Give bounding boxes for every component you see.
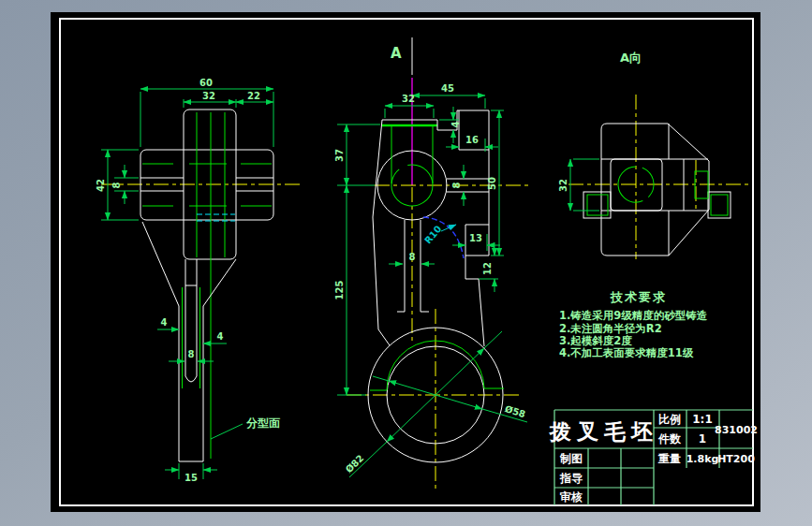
advisor-label: 指导 <box>559 472 583 485</box>
dim-45-label: 45 <box>441 83 454 94</box>
dim-16-label: 16 <box>465 135 479 145</box>
drafter-label: 制图 <box>559 452 583 465</box>
tech-req-heading: 技术要求 <box>610 290 667 304</box>
dim-15-label: 15 <box>185 473 198 483</box>
checker-label: 审核 <box>559 490 583 504</box>
dim-8-fork-label: 8 <box>188 349 195 359</box>
tech-req-item: 4.不加工表面要求精度11级 <box>559 346 694 359</box>
drawing-code: 831002 <box>715 424 758 436</box>
dim-32-label: 32 <box>402 94 415 104</box>
dim-37-label: 37 <box>334 149 345 162</box>
parting-surface-label: 分型面 <box>245 416 280 430</box>
cad-viewport: 60 32 22 42 8 4 4 8 15 分型面 <box>0 0 812 526</box>
dim-4-left-label: 4 <box>161 317 168 328</box>
weight-value: 1.8kg <box>687 453 719 465</box>
dim-50-label: 50 <box>487 177 497 190</box>
scale-label: 比例 <box>658 413 681 426</box>
tech-req-item: 2.未注圆角半径为R2 <box>559 322 662 335</box>
cad-drawing-canvas: 60 32 22 42 8 4 4 8 15 分型面 <box>0 0 812 526</box>
dim-4-label: 4 <box>450 121 461 127</box>
dim-8-arm-label: 8 <box>451 182 462 188</box>
qty-value: 1 <box>699 432 706 446</box>
material-value: HT200 <box>717 453 755 465</box>
dim-125-label: 125 <box>334 281 345 300</box>
dim-13-label: 13 <box>469 233 482 243</box>
dim-42-label: 42 <box>96 179 106 192</box>
dim-32-label: 32 <box>202 91 215 101</box>
tech-req-item: 3.起模斜度2度 <box>559 334 632 347</box>
dim-8-stem-label: 8 <box>409 252 416 262</box>
dim-32-label: 32 <box>558 179 568 192</box>
dim-22-label: 22 <box>247 91 260 101</box>
view-a-label: A向 <box>620 51 642 65</box>
scale-value: 1:1 <box>692 413 713 426</box>
part-title: 拨叉毛坯 <box>549 419 658 444</box>
dim-8-slot-label: 8 <box>111 182 122 188</box>
weight-label: 重量 <box>657 452 681 465</box>
dim-60-label: 60 <box>199 78 213 88</box>
tech-req-item: 1.铸造采用9级精度的砂型铸造 <box>559 309 708 322</box>
dim-4-right-label: 4 <box>217 331 224 342</box>
qty-label: 件数 <box>657 432 682 446</box>
dim-12-label: 12 <box>482 262 493 275</box>
section-mark-label: A <box>391 45 402 62</box>
